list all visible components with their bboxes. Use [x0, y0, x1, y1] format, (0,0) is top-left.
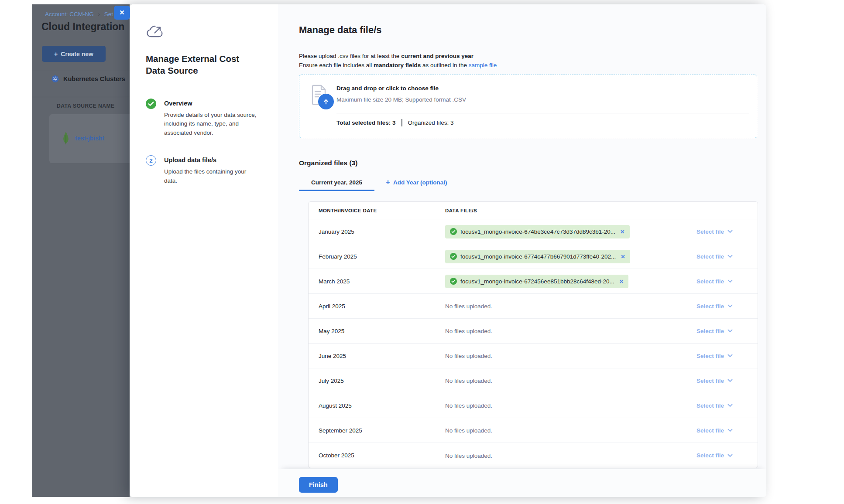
step-overview[interactable]: Overview Provide details of your data so…	[146, 99, 266, 138]
breadcrumb: Account: CCM-NG › Set	[45, 11, 113, 17]
stepper: Overview Provide details of your data so…	[146, 99, 266, 186]
table-row: February 2025 focusv1_mongo-invoice-6774…	[309, 244, 758, 269]
file-success-check-icon	[450, 253, 457, 260]
select-file-dropdown[interactable]: Select file	[696, 402, 733, 409]
breadcrumb-account-link[interactable]: Account: CCM-NG	[45, 11, 94, 17]
screen: Account: CCM-NG › Set Cloud Integration …	[0, 0, 844, 504]
file-table-body: January 2025 focusv1_mongo-invoice-674be…	[309, 219, 758, 468]
select-file-dropdown[interactable]: Select file	[696, 328, 733, 334]
select-file-label: Select file	[696, 427, 724, 434]
create-new-button[interactable]: + Create new	[42, 46, 106, 62]
drawer-title: Manage External Cost Data Source	[146, 53, 247, 77]
month-cell: September 2025	[319, 427, 445, 434]
file-cell: No files uploaded.	[445, 352, 662, 360]
drawer-left-panel: Manage External Cost Data Source Overvie…	[130, 4, 278, 497]
data-source-row[interactable]: test-jbisht	[62, 132, 104, 145]
chevron-down-icon	[727, 230, 733, 233]
file-cell: No files uploaded.	[445, 327, 662, 335]
file-cell: focusv1_mongo-invoice-6774c477b667901d77…	[445, 250, 662, 263]
empty-text: No files uploaded.	[445, 303, 492, 310]
chevron-down-icon	[727, 404, 733, 407]
step-upload-data-files[interactable]: 2 Upload data file/s Upload the files co…	[146, 155, 266, 186]
table-row: June 2025 No files uploaded. Select file	[309, 344, 758, 368]
year-tabs: Current year, 2025 + Add Year (optional)	[299, 175, 757, 191]
file-success-check-icon	[450, 278, 457, 285]
select-file-label: Select file	[696, 353, 724, 359]
empty-text: No files uploaded.	[445, 353, 492, 359]
select-file-dropdown[interactable]: Select file	[696, 278, 733, 285]
sample-file-link[interactable]: sample file	[469, 62, 497, 68]
close-button[interactable]: ✕	[114, 6, 130, 20]
remove-file-icon[interactable]: ✕	[621, 253, 625, 260]
table-row: October 2025 No files uploaded. Select f…	[309, 443, 758, 468]
file-dropzone[interactable]: Drag and drop or click to choose file Ma…	[299, 75, 757, 138]
chevron-down-icon	[727, 329, 733, 333]
add-year-button[interactable]: + Add Year (optional)	[386, 175, 447, 191]
chevron-down-icon	[727, 454, 733, 457]
table-row: May 2025 No files uploaded. Select file	[309, 319, 758, 344]
dropzone-subtitle: Maximum file size 20 MB; Supported forma…	[336, 96, 466, 103]
organized-files-count: Organized files: 3	[408, 119, 454, 126]
file-chip: focusv1_mongo-invoice-672456ee851bbb28c6…	[445, 275, 628, 288]
empty-text: No files uploaded.	[445, 453, 492, 459]
tab-kubernetes-clusters[interactable]: Kubernetes Clusters	[51, 75, 125, 82]
close-icon: ✕	[119, 9, 125, 17]
divider	[336, 113, 749, 113]
upload-document-icon	[310, 84, 337, 113]
drawer-scroll-area: Manage data file/s Please upload .csv fi…	[278, 4, 766, 469]
total-selected-files: Total selected files: 3	[336, 119, 396, 126]
data-source-link[interactable]: test-jbisht	[75, 135, 104, 142]
select-file-dropdown[interactable]: Select file	[696, 303, 733, 310]
data-source-card: test-jbisht	[49, 114, 130, 163]
select-file-dropdown[interactable]: Select file	[696, 228, 733, 235]
select-file-dropdown[interactable]: Select file	[696, 427, 733, 434]
file-cell: focusv1_mongo-invoice-672456ee851bbb28c6…	[445, 275, 662, 288]
remove-file-icon[interactable]: ✕	[619, 278, 624, 285]
month-cell: May 2025	[319, 328, 445, 334]
column-month-invoice-date: MONTH/INVOICE DATE	[319, 208, 445, 213]
finish-button[interactable]: Finish	[299, 477, 338, 493]
month-cell: March 2025	[319, 278, 445, 285]
select-file-label: Select file	[696, 328, 724, 334]
step-complete-check-icon	[146, 99, 156, 109]
select-file-label: Select file	[696, 278, 724, 285]
tab-current-year[interactable]: Current year, 2025	[299, 175, 374, 191]
select-file-dropdown[interactable]: Select file	[696, 253, 733, 260]
step-label: Overview	[164, 99, 257, 107]
select-file-label: Select file	[696, 402, 724, 409]
divider	[32, 97, 130, 97]
upload-arrow-icon	[318, 94, 334, 109]
select-file-label: Select file	[696, 253, 724, 260]
organized-files-heading: Organized files (3)	[299, 159, 757, 167]
empty-text: No files uploaded.	[445, 378, 492, 384]
file-chip: focusv1_mongo-invoice-674be3ce47c73d37dd…	[445, 225, 630, 238]
file-cell: No files uploaded.	[445, 426, 662, 434]
month-cell: October 2025	[319, 452, 445, 459]
file-cell: focusv1_mongo-invoice-674be3ce47c73d37dd…	[445, 225, 662, 238]
plus-icon: +	[386, 178, 390, 187]
file-cell: No files uploaded.	[445, 377, 662, 385]
table-row: August 2025 No files uploaded. Select fi…	[309, 393, 758, 418]
select-file-dropdown[interactable]: Select file	[696, 353, 733, 359]
file-success-check-icon	[450, 228, 457, 235]
step-description: Upload the files containing your data.	[164, 167, 257, 186]
file-chip-name: focusv1_mongo-invoice-674be3ce47c73d37dd…	[460, 228, 615, 235]
upload-instructions: Please upload .csv files for at least th…	[299, 51, 757, 70]
month-cell: July 2025	[319, 378, 445, 384]
chevron-down-icon	[727, 279, 733, 283]
column-data-files: DATA FILE/S	[445, 208, 662, 213]
select-file-dropdown[interactable]: Select file	[696, 378, 733, 384]
select-file-label: Select file	[696, 228, 724, 235]
breadcrumb-section-link[interactable]: Set	[104, 11, 113, 17]
remove-file-icon[interactable]: ✕	[620, 228, 624, 235]
drawer-main-panel: Manage data file/s Please upload .csv fi…	[278, 4, 766, 497]
mongodb-leaf-icon	[62, 132, 69, 145]
file-cell: No files uploaded.	[445, 452, 662, 460]
select-file-dropdown[interactable]: Select file	[696, 452, 733, 459]
drawer-footer: Finish	[278, 469, 766, 497]
chevron-down-icon	[727, 354, 733, 358]
empty-text: No files uploaded.	[445, 427, 492, 434]
month-cell: June 2025	[319, 353, 445, 359]
chevron-down-icon	[727, 429, 733, 432]
page-title: Cloud Integration	[41, 21, 124, 33]
